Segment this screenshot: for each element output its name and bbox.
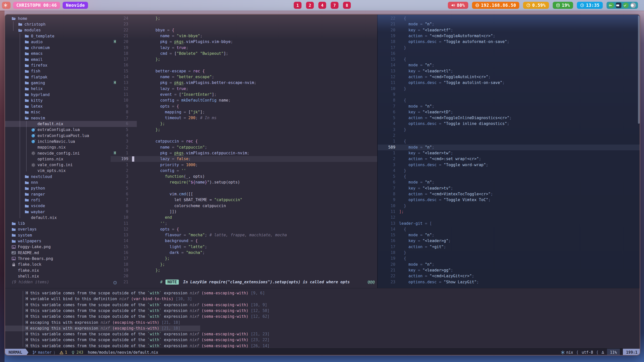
right-editor-line[interactable]: 20 mode = "n"; xyxy=(378,262,640,267)
left-editor-line[interactable]: 7 timeout = 200; # In ms xyxy=(111,115,377,121)
right-editor-line[interactable]: 10 } xyxy=(378,203,640,209)
tray-key-icon[interactable] xyxy=(609,3,614,8)
tree-item-christoph[interactable]: christoph xyxy=(5,21,124,27)
left-editor-line[interactable]: 3 catppuccin = rec { xyxy=(111,139,377,144)
left-editor-line[interactable]: 23 xyxy=(111,21,377,27)
right-editor-line[interactable]: 11]; xyxy=(378,209,640,215)
left-editor-line[interactable]: 18 }; xyxy=(111,262,377,267)
left-editor-line[interactable]: 9 ]]) xyxy=(111,209,377,215)
right-editor-line[interactable]: 14 { xyxy=(378,227,640,232)
diagnostic-row[interactable]: Hthis variable comes from the scope outs… xyxy=(5,314,640,320)
diagnostic-row[interactable]: Hescaping this with expression nixf (esc… xyxy=(5,320,640,326)
diagnostic-row[interactable]: Hthis variable comes from the scope outs… xyxy=(5,343,640,349)
left-editor-line[interactable]: 19 lazy = true; xyxy=(111,45,377,51)
left-editor-line[interactable]: 15 better-escape = rec { xyxy=(111,68,377,74)
right-editor-line[interactable]: 6 mode = "n"; xyxy=(378,179,640,185)
right-editor-line[interactable]: 7 key = "<leader>tv"; xyxy=(378,186,640,191)
right-editor-line[interactable]: 8 { xyxy=(378,98,640,103)
right-editor-line[interactable]: 5 action = "<cmd>ToggleInlineDiagnostics… xyxy=(378,115,640,121)
left-editor-line[interactable]: 5 xyxy=(111,186,377,191)
left-editor-line[interactable]: 14 name = "better_escape"; xyxy=(111,74,377,80)
left-editor-line[interactable]: 10 end xyxy=(111,215,377,220)
right-editor-line[interactable]: 15 mode = "n"; xyxy=(378,232,640,238)
left-editor-line[interactable]: H13 pkg = pkgs.vimPlugins.better-escape-… xyxy=(111,80,377,86)
network-indicator[interactable]: 192.168.86.50 xyxy=(472,2,520,9)
app-badge-neovide[interactable]: Neovide xyxy=(63,2,88,9)
right-editor-line[interactable]: 19 action = "<cmd>ToggleAutoformat<cr>"; xyxy=(378,33,640,39)
left-editor-line[interactable]: 20 xyxy=(111,273,377,279)
tree-item-overlays[interactable]: overlays xyxy=(5,227,117,232)
right-editor-line[interactable]: 9 xyxy=(378,92,640,98)
left-editor-line[interactable]: 16 xyxy=(111,62,377,68)
right-editor-line[interactable]: 16 xyxy=(378,51,640,57)
left-editor-line[interactable]: 11 event = ["InsertEnter"]; xyxy=(111,92,377,98)
volume-indicator[interactable]: 80% xyxy=(448,2,468,9)
right-editor-line[interactable]: 4 options.desc = "Toggle inline diagnost… xyxy=(378,121,640,127)
left-editor-line[interactable]: 17 }; xyxy=(111,256,377,261)
left-editor-line[interactable]: 4 xyxy=(111,133,377,139)
left-editor-line[interactable]: 3 function(_, opts) xyxy=(111,174,377,179)
left-editor-line[interactable]: 19 }; xyxy=(111,267,377,273)
right-editor-line[interactable]: 15 { xyxy=(378,57,640,62)
diagnostic-row[interactable]: Hthis variable comes from the scope outs… xyxy=(5,302,640,308)
right-editor-line[interactable]: 6 key = "<leader>tD"; xyxy=(378,109,640,115)
tray-check-icon[interactable] xyxy=(623,3,629,8)
right-editor-line[interactable]: 8 action = "<cmd>VimtexTocToggle<cr>"; xyxy=(378,191,640,197)
right-editor-line[interactable]: 13 key = "<leader>tl"; xyxy=(378,68,640,74)
diagnostic-row[interactable]: Hvariable will bind to this definition n… xyxy=(5,296,640,302)
right-editor-line[interactable]: 13leader-git = [ xyxy=(378,221,640,227)
right-editor-line[interactable]: 22 action = "<cmd>LazyGit<cr>"; xyxy=(378,273,640,279)
left-editor-line[interactable]: 10 config = mkDefaultConfig name; xyxy=(111,98,377,103)
tree-item-system[interactable]: system xyxy=(5,232,117,238)
left-editor-line[interactable]: 2 name = "catppuccin"; xyxy=(111,145,377,150)
right-editor-line[interactable]: 22 { xyxy=(378,16,640,21)
tree-item-README.md[interactable]: README.md xyxy=(5,250,117,256)
tree-item-flake.nix[interactable]: flake.nix xyxy=(5,267,117,273)
left-editor-line[interactable]: 1 priority = 1000; xyxy=(111,162,377,168)
right-editor-line[interactable]: 12 action = "<cmd>ToggleAutoLint<cr>"; xyxy=(378,74,640,80)
right-editor-line[interactable]: 11 options.desc = "Toggle autolint-on-sa… xyxy=(378,80,640,86)
right-editor-line[interactable]: 19 { xyxy=(378,256,640,261)
diagnostic-row[interactable]: Hthis variable comes from the scope outs… xyxy=(5,308,640,314)
diagnostic-row[interactable]: Hthis variable comes from the scope outs… xyxy=(5,290,640,296)
left-editor-line[interactable]: 21 name = "vim-bbye"; xyxy=(111,33,377,39)
left-editor-line[interactable]: 4 require("${name}").setup(opts) xyxy=(111,179,377,185)
left-editor-line[interactable]: 12 lazy = true; xyxy=(111,86,377,92)
tray-spotify-icon[interactable] xyxy=(630,3,636,8)
user-clock-badge[interactable]: CHRISTOPH 00:46 xyxy=(13,2,60,9)
left-editor-line[interactable]: 6 }; xyxy=(111,121,377,127)
right-editor-line[interactable]: 589 mode = "n"; xyxy=(378,145,640,150)
right-editor-line[interactable]: 23 options.desc = "Show LazyGit"; xyxy=(378,279,640,285)
tree-item-home[interactable]: home xyxy=(5,16,117,21)
left-editor-line[interactable]: 9 opts = { xyxy=(111,104,377,109)
launcher-button[interactable] xyxy=(2,2,11,9)
right-editor-line[interactable]: 17 action = "+git"; xyxy=(378,244,640,250)
left-editor-line[interactable]: 8 mapping = ["jk"]; xyxy=(111,109,377,115)
cpu-indicator[interactable]: 0.59% xyxy=(523,2,549,9)
right-editor-line[interactable]: 16 key = "<leader>g"; xyxy=(378,238,640,244)
right-editor-line[interactable]: 18 options.desc = "Toggle autoformat-on-… xyxy=(378,39,640,45)
editor-pane-right[interactable]: 22 {21 mode = "n";20 key = "<leader>tf";… xyxy=(377,15,640,288)
left-editor-line[interactable]: 199 lazy = false; xyxy=(111,156,377,162)
right-pane-scrollbar[interactable] xyxy=(638,16,640,124)
editor-pane-left[interactable]: 24 };2322 bbye = {21 name = "vim-bbye";H… xyxy=(111,15,377,288)
right-editor-line[interactable]: 9 options.desc = "Toggle Vimtex ToC"; xyxy=(378,197,640,203)
clock-indicator[interactable]: 13:35 xyxy=(577,2,603,9)
left-editor-line[interactable]: 12 opts = { xyxy=(111,227,377,232)
left-editor-line[interactable]: 17 }; xyxy=(111,57,377,62)
diagnostic-row[interactable]: Hescaping this with expression nixf (esc… xyxy=(5,326,200,331)
right-editor-line[interactable]: 21 key = "<leader>gg"; xyxy=(378,267,640,273)
tree-item-wallpapers[interactable]: wallpapers xyxy=(5,238,117,244)
left-editor-line[interactable]: 11 ''; xyxy=(111,221,377,227)
diagnostic-row[interactable]: Hthis variable comes from the scope outs… xyxy=(5,331,640,337)
right-editor-line[interactable]: 2 xyxy=(378,133,640,139)
workspace-button-4[interactable]: 4 xyxy=(318,2,326,9)
right-editor-line[interactable]: 3 options.desc = "Toggle word-wrap"; xyxy=(378,162,640,168)
right-editor-line[interactable]: 3 } xyxy=(378,127,640,133)
workspace-button-7[interactable]: 7 xyxy=(331,2,338,9)
disk-indicator[interactable]: 19% xyxy=(553,2,573,9)
tree-item-Three-Bears.png[interactable]: Three-Bears.png xyxy=(5,256,117,261)
left-editor-line[interactable]: 13 flavour = "mocha"; # latte, frappe, m… xyxy=(111,232,377,238)
tree-item-flake.lock[interactable]: flake.lock xyxy=(5,262,117,267)
right-editor-line[interactable]: 1 key = "<leader>tw"; xyxy=(378,150,640,156)
